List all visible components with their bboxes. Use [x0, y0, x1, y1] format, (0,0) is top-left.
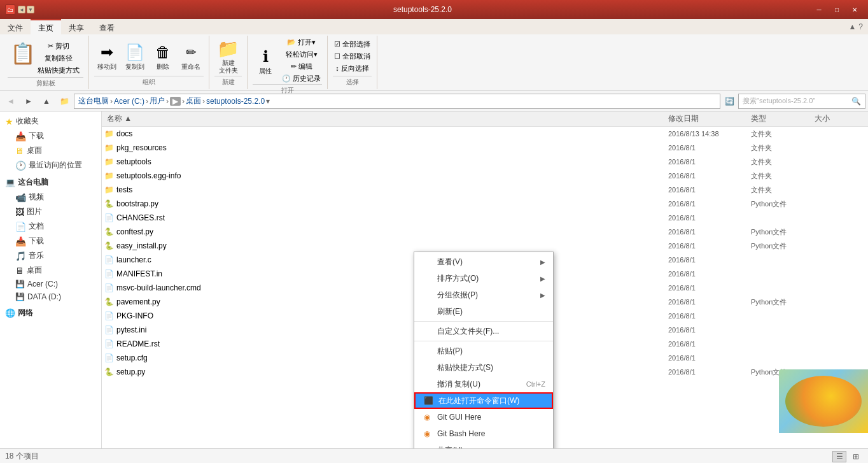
file-icon: 📄 — [104, 283, 114, 292]
table-row[interactable]: 🐍bootstrap.py 2016/8/1 Python文件 — [102, 197, 868, 211]
paste-shortcut-btn[interactable]: 粘贴快捷方式 — [36, 65, 81, 76]
sidebar-item-drive-d[interactable]: 💾 DATA (D:) — [0, 290, 101, 303]
sidebar-item-downloads[interactable]: 📥 下载 — [0, 129, 101, 143]
ctx-paste-shortcut[interactable]: 粘贴快捷方式(S) — [414, 359, 553, 376]
paste-btn[interactable]: 📋 ✂ 剪切 复制路径 粘贴快捷方式 — [8, 37, 83, 77]
crumb-drive[interactable]: Acer (C:) — [114, 97, 144, 106]
favorites-label: 收藏夹 — [16, 116, 39, 127]
select-items: ☑ 全部选择 ☐ 全部取消 ↕ 反向选择 — [333, 37, 372, 76]
close-button[interactable]: ✕ — [846, 3, 863, 16]
up-btn[interactable]: ▲ — [38, 94, 55, 109]
file-date: 2016/8/1 — [668, 242, 751, 250]
table-row[interactable]: 📁pkg_resources 2016/8/1 文件夹 — [102, 141, 868, 155]
sidebar-item-documents[interactable]: 📄 文档 — [0, 219, 101, 234]
cut-btn[interactable]: ✂ 剪切 — [36, 41, 81, 52]
file-date: 2016/8/1 — [668, 284, 751, 292]
copy-to-btn[interactable]: 📄 复制到 — [122, 41, 148, 72]
rename-btn[interactable]: ✏ 重命名 — [178, 41, 204, 72]
help-btn[interactable]: ? — [858, 22, 863, 31]
col-size[interactable]: 大小 — [815, 113, 865, 124]
view-controls: ☰ ⊞ — [832, 451, 863, 462]
crumb-users[interactable]: 用户 — [150, 96, 165, 106]
ctx-paste[interactable]: 粘贴(P) — [414, 343, 553, 359]
sidebar-item-drive-c[interactable]: 💾 Acer (C:) — [0, 278, 101, 290]
table-row[interactable]: 📄CHANGES.rst 2016/8/1 — [102, 211, 868, 225]
sidebar-item-recent[interactable]: 🕐 最近访问的位置 — [0, 158, 101, 173]
col-name[interactable]: 名称 ▲ — [104, 113, 668, 124]
move-to-btn[interactable]: ➡ 移动到 — [94, 41, 120, 72]
tab-share[interactable]: 共享 — [61, 19, 92, 34]
ctx-customize[interactable]: 自定义文件夹(F)... — [414, 323, 553, 339]
table-row[interactable]: 🐍conftest.py 2016/8/1 Python文件 — [102, 225, 868, 239]
drive-c-icon: 💾 — [15, 280, 25, 288]
ctx-undo[interactable]: 撤消 复制(U) Ctrl+Z — [414, 376, 553, 392]
history-btn[interactable]: 🕐 历史记录 — [281, 73, 322, 84]
tab-file[interactable]: 文件 — [0, 19, 31, 34]
open-btn[interactable]: 📂 打开▾ — [281, 37, 322, 48]
open-sub: 📂 打开▾ 轻松访问▾ ✏ 编辑 🕐 历史记录 — [281, 37, 322, 84]
address-path[interactable]: 这台电脑 › Acer (C:) › 用户 › ▶ › 桌面 › setupto… — [74, 94, 720, 109]
table-row[interactable]: 🐍easy_install.py 2016/8/1 Python文件 — [102, 239, 868, 253]
ctx-open-cmd[interactable]: ⬛ 在此处打开命令窗口(W) — [414, 392, 553, 409]
network-header[interactable]: 🌐 网络 — [0, 306, 101, 320]
sidebar-item-music[interactable]: 🎵 音乐 — [0, 248, 101, 263]
file-name: pkg_resources — [116, 143, 167, 152]
new-folder-label: 新建文件夹 — [219, 59, 238, 75]
table-row[interactable]: 📁setuptools 2016/8/1 文件夹 — [102, 155, 868, 169]
ctx-refresh[interactable]: 刷新(E) — [414, 303, 553, 320]
address-bar: ◄ ► ▲ 📁 这台电脑 › Acer (C:) › 用户 › ▶ › 桌面 ›… — [0, 91, 868, 111]
ctx-undo-shortcut: Ctrl+Z — [526, 380, 545, 388]
table-row[interactable]: 📁setuptools.egg-info 2016/8/1 文件夹 — [102, 169, 868, 183]
delete-btn[interactable]: 🗑 删除 — [150, 41, 176, 72]
crumb-user[interactable]: ▶ — [170, 97, 181, 106]
properties-btn[interactable]: ℹ 属性 — [253, 45, 278, 76]
maximize-button[interactable]: □ — [829, 3, 845, 16]
table-row[interactable]: 📁tests 2016/8/1 文件夹 — [102, 183, 868, 197]
edit-btn[interactable]: ✏ 编辑 — [281, 61, 322, 72]
ctx-git-gui[interactable]: ◉ Git GUI Here — [414, 409, 553, 425]
new-folder-btn[interactable]: 📁 新建文件夹 — [216, 37, 241, 76]
crumb-folder[interactable]: setuptools-25.2.0 — [206, 97, 265, 106]
col-date[interactable]: 修改日期 — [668, 113, 751, 124]
ctx-share-label: 共享(H) — [437, 445, 463, 449]
context-menu: 查看(V) ▶ 排序方式(O) ▶ 分组依据(P) ▶ — [414, 252, 554, 448]
ctx-share[interactable]: 共享(H) ▶ — [414, 442, 553, 448]
search-box[interactable]: 搜索"setuptools-25.2.0" 🔍 — [738, 94, 865, 109]
ribbon-collapse-btn[interactable]: ▲ — [848, 22, 856, 31]
sidebar-item-downloads2-label: 下载 — [29, 236, 44, 246]
quick-access-2[interactable]: ▼ — [27, 6, 34, 13]
ctx-git-bash[interactable]: ◉ Git Bash Here — [414, 425, 553, 442]
tab-view[interactable]: 查看 — [92, 19, 122, 34]
crumb-computer[interactable]: 这台电脑 — [78, 96, 109, 106]
tab-home[interactable]: 主页 — [31, 19, 61, 34]
ctx-group[interactable]: 分组依据(P) ▶ — [414, 287, 553, 303]
grid-view-btn[interactable]: ⊞ — [849, 451, 863, 462]
minimize-button[interactable]: ─ — [811, 3, 827, 16]
crumb-desktop[interactable]: 桌面 — [186, 96, 201, 106]
list-view-btn[interactable]: ☰ — [832, 451, 846, 462]
deselect-btn[interactable]: ☐ 全部取消 — [333, 51, 372, 62]
col-type[interactable]: 类型 — [751, 113, 815, 124]
sidebar-item-downloads2[interactable]: 📥 下载 — [0, 234, 101, 248]
computer-header[interactable]: 💻 这台电脑 — [0, 175, 101, 190]
copy-path-btn[interactable]: 复制路径 — [36, 53, 81, 64]
back-btn[interactable]: ◄ — [3, 94, 19, 109]
file-type: 文件夹 — [751, 171, 815, 181]
easy-access-btn[interactable]: 轻松访问▾ — [281, 49, 322, 60]
sidebar-item-desktop2[interactable]: 🖥 桌面 — [0, 263, 101, 278]
table-row[interactable]: 📁docs 2016/8/13 14:38 文件夹 — [102, 127, 868, 141]
forward-btn[interactable]: ► — [20, 94, 37, 109]
sidebar-item-desktop[interactable]: 🖥 桌面 — [0, 143, 101, 158]
file-name: MANIFEST.in — [116, 269, 162, 278]
favorites-header[interactable]: ★ 收藏夹 — [0, 114, 101, 129]
ctx-sort[interactable]: 排序方式(O) ▶ — [414, 270, 553, 287]
file-date: 2016/8/1 — [668, 214, 751, 222]
select-all-btn[interactable]: ☑ 全部选择 — [333, 39, 372, 50]
py-icon: 🐍 — [104, 227, 114, 236]
sidebar-item-pictures[interactable]: 🖼 图片 — [0, 204, 101, 219]
refresh-btn[interactable]: 🔄 — [722, 94, 737, 109]
quick-access-1[interactable]: ◄ — [18, 6, 25, 13]
sidebar-item-video[interactable]: 📹 视频 — [0, 190, 101, 204]
invert-btn[interactable]: ↕ 反向选择 — [333, 63, 372, 74]
ctx-view[interactable]: 查看(V) ▶ — [414, 253, 553, 270]
